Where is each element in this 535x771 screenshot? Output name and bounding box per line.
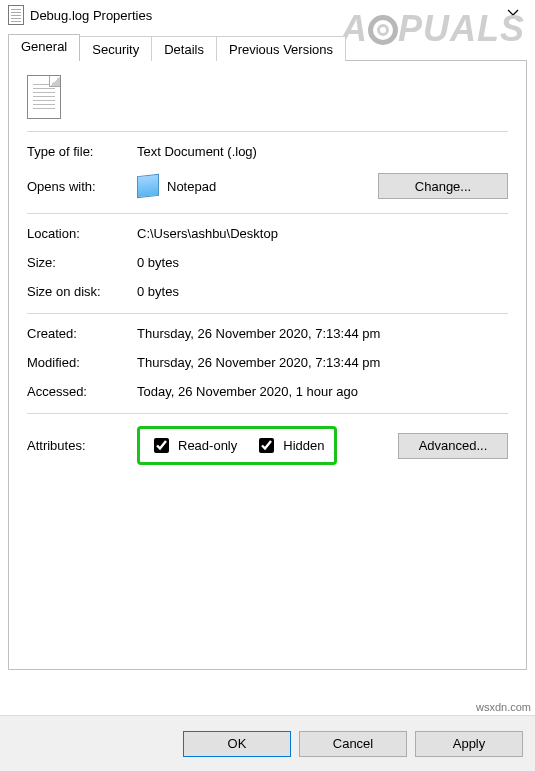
value-opens-with: Notepad	[167, 179, 216, 194]
value-size-on-disk: 0 bytes	[137, 284, 179, 299]
cancel-button[interactable]: Cancel	[299, 731, 407, 757]
tab-details[interactable]: Details	[151, 36, 217, 61]
label-accessed: Accessed:	[27, 384, 137, 399]
separator	[27, 413, 508, 414]
ok-button[interactable]: OK	[183, 731, 291, 757]
window-title: Debug.log Properties	[30, 8, 499, 23]
document-icon	[8, 5, 24, 25]
separator	[27, 313, 508, 314]
value-location: C:\Users\ashbu\Desktop	[137, 226, 278, 241]
titlebar: Debug.log Properties	[0, 0, 535, 30]
label-size-on-disk: Size on disk:	[27, 284, 137, 299]
label-created: Created:	[27, 326, 137, 341]
hidden-checkbox[interactable]	[259, 438, 274, 453]
label-modified: Modified:	[27, 355, 137, 370]
label-location: Location:	[27, 226, 137, 241]
readonly-text: Read-only	[178, 438, 237, 453]
file-type-icon	[27, 75, 61, 119]
label-attributes: Attributes:	[27, 438, 137, 453]
hidden-text: Hidden	[283, 438, 324, 453]
tab-strip: General Security Details Previous Versio…	[8, 34, 527, 61]
close-icon	[507, 9, 519, 21]
value-size: 0 bytes	[137, 255, 179, 270]
separator	[27, 131, 508, 132]
value-modified: Thursday, 26 November 2020, 7:13:44 pm	[137, 355, 380, 370]
tab-page-general: Type of file: Text Document (.log) Opens…	[8, 60, 527, 670]
tab-general[interactable]: General	[8, 34, 80, 61]
advanced-button[interactable]: Advanced...	[398, 433, 508, 459]
value-created: Thursday, 26 November 2020, 7:13:44 pm	[137, 326, 380, 341]
tab-security[interactable]: Security	[79, 36, 152, 61]
readonly-checkbox[interactable]	[154, 438, 169, 453]
apply-button[interactable]: Apply	[415, 731, 523, 757]
label-size: Size:	[27, 255, 137, 270]
label-type-of-file: Type of file:	[27, 144, 137, 159]
change-button[interactable]: Change...	[378, 173, 508, 199]
value-type-of-file: Text Document (.log)	[137, 144, 257, 159]
readonly-checkbox-label[interactable]: Read-only	[150, 435, 237, 456]
separator	[27, 213, 508, 214]
source-watermark: wsxdn.com	[476, 701, 531, 713]
label-opens-with: Opens with:	[27, 179, 137, 194]
attributes-highlight: Read-only Hidden	[137, 426, 337, 465]
value-accessed: Today, 26 November 2020, 1 hour ago	[137, 384, 358, 399]
notepad-icon	[137, 174, 159, 198]
button-bar: OK Cancel Apply	[0, 715, 535, 771]
close-button[interactable]	[499, 1, 527, 29]
tab-previous-versions[interactable]: Previous Versions	[216, 36, 346, 61]
hidden-checkbox-label[interactable]: Hidden	[255, 435, 324, 456]
